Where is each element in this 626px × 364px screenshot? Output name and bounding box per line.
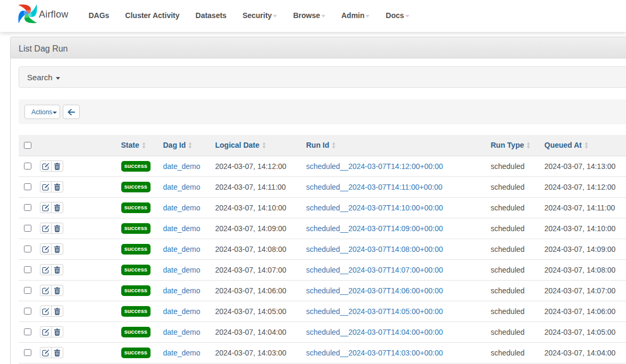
column-header-state[interactable]: State (117, 135, 159, 156)
caret-down-icon (321, 15, 325, 18)
logical-date-cell: 2024-03-07, 14:03:00 (211, 342, 302, 363)
run-id-link[interactable]: scheduled__2024-03-07T14:04:00+00:00 (306, 328, 443, 336)
state-cell: success (117, 176, 159, 197)
run-id-link[interactable]: scheduled__2024-03-07T14:08:00+00:00 (306, 245, 443, 253)
edit-icon (42, 349, 49, 357)
row-checkbox[interactable] (24, 287, 31, 294)
delete-record-button[interactable] (51, 181, 63, 192)
edit-record-button[interactable] (40, 347, 52, 358)
row-actions-cell (36, 259, 117, 280)
edit-icon (42, 225, 49, 232)
back-button[interactable] (63, 105, 80, 119)
nav-item-cluster-activity[interactable]: Cluster Activity (117, 0, 187, 32)
dag-id-cell: date_demo (159, 176, 211, 197)
logical-date-cell: 2024-03-07, 14:04:00 (211, 321, 302, 342)
delete-record-button[interactable] (51, 202, 63, 213)
dag-id-link[interactable]: date_demo (163, 204, 201, 212)
column-header-queued-at[interactable]: Queued At (540, 135, 626, 156)
delete-record-button[interactable] (51, 285, 63, 296)
dag-id-link[interactable]: date_demo (163, 286, 201, 295)
row-actions-cell (36, 321, 117, 342)
row-checkbox[interactable] (24, 266, 31, 274)
airflow-brand[interactable]: Airflow (18, 9, 68, 23)
queued-at-cell: 2024-03-07, 14:04:00 (540, 342, 626, 363)
sort-icon[interactable] (585, 142, 588, 149)
run-id-link[interactable]: scheduled__2024-03-07T14:07:00+00:00 (306, 266, 443, 274)
nav-item-dags[interactable]: DAGs (80, 0, 117, 32)
select-all-checkbox[interactable] (24, 142, 31, 149)
sort-icon[interactable] (188, 142, 192, 149)
edit-record-button[interactable] (40, 264, 52, 275)
column-label: Queued At (545, 141, 582, 149)
column-header-dag-id[interactable]: Dag Id (159, 135, 211, 156)
row-checkbox[interactable] (24, 163, 31, 170)
dag-id-link[interactable]: date_demo (163, 307, 201, 316)
nav-item-security[interactable]: Security (235, 0, 285, 32)
nav-item-datasets[interactable]: Datasets (188, 0, 235, 32)
delete-record-button[interactable] (51, 223, 63, 234)
logical-date-cell: 2024-03-07, 14:10:00 (211, 197, 302, 218)
run-id-link[interactable]: scheduled__2024-03-07T14:05:00+00:00 (306, 307, 443, 316)
dag-id-link[interactable]: date_demo (163, 328, 201, 336)
edit-record-button[interactable] (40, 243, 52, 255)
table-row: success date_demo 2024-03-07, 14:05:00 s… (19, 301, 626, 321)
actions-toolbar: Actions (19, 99, 626, 124)
run-id-cell: scheduled__2024-03-07T14:11:00+00:00 (302, 176, 487, 197)
nav-item-admin[interactable]: Admin (333, 0, 378, 32)
row-checkbox[interactable] (24, 328, 31, 336)
queued-at-cell: 2024-03-07, 14:13:00 (540, 156, 626, 176)
run-id-link[interactable]: scheduled__2024-03-07T14:10:00+00:00 (306, 204, 443, 212)
row-checkbox[interactable] (24, 349, 31, 357)
row-checkbox[interactable] (24, 183, 31, 191)
row-checkbox[interactable] (24, 246, 31, 253)
dag-id-link[interactable]: date_demo (163, 245, 201, 253)
edit-record-button[interactable] (40, 326, 52, 337)
edit-record-button[interactable] (40, 202, 52, 213)
edit-record-button[interactable] (40, 306, 52, 317)
nav-item-label: Browse (293, 11, 320, 20)
select-all-header-cell (19, 135, 36, 156)
row-checkbox[interactable] (24, 225, 31, 232)
dag-id-link[interactable]: date_demo (163, 162, 201, 171)
edit-record-button[interactable] (40, 181, 52, 192)
dag-id-link[interactable]: date_demo (163, 349, 201, 357)
column-header-run-type[interactable]: Run Type (487, 135, 540, 156)
nav-item-docs[interactable]: Docs (378, 0, 417, 32)
delete-record-button[interactable] (51, 243, 63, 255)
table-header: State Dag Id Logical Date Run Id Run Typ… (19, 135, 626, 156)
run-id-link[interactable]: scheduled__2024-03-07T14:03:00+00:00 (306, 349, 443, 357)
nav-item-browse[interactable]: Browse (285, 0, 333, 32)
dag-id-link[interactable]: date_demo (163, 183, 201, 191)
sort-icon[interactable] (527, 142, 530, 149)
edit-record-button[interactable] (40, 160, 52, 172)
delete-record-button[interactable] (51, 160, 63, 172)
row-checkbox[interactable] (24, 308, 31, 315)
logical-date-cell: 2024-03-07, 14:11:00 (211, 176, 302, 197)
edit-record-button[interactable] (40, 285, 52, 296)
run-id-link[interactable]: scheduled__2024-03-07T14:12:00+00:00 (306, 162, 443, 171)
row-actions-cell (36, 342, 117, 363)
sort-icon[interactable] (142, 142, 146, 149)
column-header-logical-date[interactable]: Logical Date (211, 135, 302, 156)
delete-record-button[interactable] (51, 347, 63, 358)
run-id-link[interactable]: scheduled__2024-03-07T14:09:00+00:00 (306, 224, 443, 233)
column-header-run-id[interactable]: Run Id (302, 135, 487, 156)
row-actions-cell (36, 176, 117, 197)
dag-id-link[interactable]: date_demo (163, 224, 201, 233)
run-type-cell: scheduled (487, 239, 540, 259)
actions-dropdown-button[interactable]: Actions (24, 105, 60, 119)
sort-icon[interactable] (332, 142, 336, 149)
edit-icon (42, 246, 49, 253)
row-checkbox[interactable] (24, 204, 31, 211)
delete-record-button[interactable] (51, 326, 63, 337)
run-id-link[interactable]: scheduled__2024-03-07T14:06:00+00:00 (306, 286, 443, 295)
delete-record-button[interactable] (51, 264, 63, 275)
table-row: success date_demo 2024-03-07, 14:03:00 s… (19, 342, 626, 363)
delete-record-button[interactable] (51, 306, 63, 317)
edit-icon (42, 308, 49, 315)
dag-id-link[interactable]: date_demo (163, 266, 201, 274)
run-id-link[interactable]: scheduled__2024-03-07T14:11:00+00:00 (306, 183, 443, 191)
search-toggle[interactable]: Search (19, 66, 626, 88)
edit-record-button[interactable] (40, 223, 52, 234)
sort-icon[interactable] (262, 142, 266, 149)
